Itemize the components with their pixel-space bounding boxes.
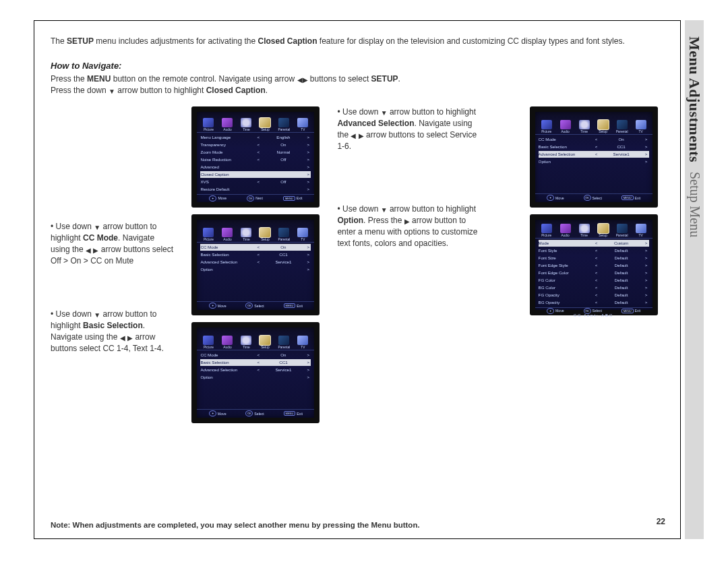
picture-icon <box>541 224 552 233</box>
hint-ok: OKSelect <box>245 410 264 416</box>
text: The <box>51 36 67 46</box>
section-title-main: Menu Adjustments <box>686 36 703 162</box>
tv-tab-time: Time <box>576 221 593 237</box>
text: . <box>266 86 268 95</box>
intro-paragraph: The SETUP menu includes adjustments for … <box>51 36 664 47</box>
chevron-left-icon: < <box>255 367 261 372</box>
text: arrow button to highlight <box>115 86 206 95</box>
tv-tab-label: Parental <box>278 238 290 241</box>
tv-menu-row: Advanced Selection<Service1> <box>200 367 311 373</box>
chevron-left-icon: < <box>594 300 599 305</box>
tv-menu-row: Option> <box>200 266 311 273</box>
tv-icon-row: PictureAudioTimeSetupParentalTV <box>535 220 653 239</box>
chevron-right-icon: > <box>644 137 649 142</box>
picture-icon <box>541 120 552 129</box>
ok-icon: OK <box>584 195 591 201</box>
tv-row-label: Basic Selection <box>539 144 594 149</box>
parental-icon <box>617 224 628 233</box>
hint-move: ✦Move <box>209 303 226 309</box>
tv-row-label: Font Size <box>539 255 594 260</box>
chevron-right-icon: > <box>305 259 311 264</box>
dpad-icon: ✦ <box>209 410 216 416</box>
section-tab: Menu Adjustments Setup Menu <box>685 20 704 539</box>
advanced-selection-paragraph: Use down ▼ arrow button to highlight Adv… <box>337 106 512 152</box>
tv-tab-label: Setup <box>599 130 607 133</box>
tv-tab-setup: Setup <box>257 225 273 241</box>
triangle-down-icon: ▼ <box>381 206 388 214</box>
navigation-paragraph: Press the MENU button on the remote cont… <box>51 73 664 97</box>
chevron-right-icon: > <box>305 245 311 249</box>
chevron-right-icon: > <box>644 144 649 149</box>
tv-row-label: Option <box>200 375 255 379</box>
chevron-left-icon: < <box>255 157 261 162</box>
triangle-left-icon: ◀ <box>297 76 303 84</box>
chevron-right-icon: > <box>305 187 311 191</box>
tv-tab-tv: TV <box>295 333 311 349</box>
triangle-right-icon: ▶ <box>303 76 308 84</box>
tv-tab-label: Time <box>243 238 249 241</box>
tv-menu-row: BG Color<Default> <box>539 284 649 291</box>
menu-button-icon: MENU <box>621 195 634 200</box>
chevron-right-icon: > <box>305 157 311 162</box>
chevron-right-icon: > <box>305 367 311 372</box>
bullet-icon <box>51 309 56 319</box>
tv-tab-time: Time <box>238 333 254 349</box>
time-icon <box>241 336 251 345</box>
tv-tab-picture: Picture <box>200 333 216 349</box>
option-paragraph: Use down ▼ arrow button to highlight Opt… <box>337 204 512 249</box>
chevron-right-icon: > <box>644 241 649 245</box>
tv-tab-label: Audio <box>561 234 569 237</box>
parental-icon <box>617 120 628 129</box>
tv-tab-tv: TV <box>295 115 311 131</box>
picture-icon <box>203 118 214 127</box>
hint-move: ✦Move <box>547 195 564 201</box>
text: Press the <box>51 74 87 84</box>
dpad-icon: ✦ <box>209 303 216 309</box>
cc-bold: Closed Caption <box>258 36 317 46</box>
hint-ok: OKSelect <box>245 303 264 309</box>
tv-menu-row: XVS<Off> <box>200 179 311 185</box>
chevron-right-icon: > <box>305 135 311 139</box>
tv-row-label: BG Opacity <box>539 300 594 305</box>
tv-row-value: Default <box>599 248 644 253</box>
chevron-left-icon: < <box>255 360 261 365</box>
tv-row-label: Advanced Selection <box>200 259 255 264</box>
tv-tab-label: Parental <box>616 234 628 237</box>
bold: Option <box>337 216 363 225</box>
chevron-left-icon: < <box>594 285 599 290</box>
tv-tab-picture: Picture <box>200 115 216 131</box>
tv-tab-tv: TV <box>633 117 649 133</box>
hint-ok: OKSelect <box>584 195 602 201</box>
menu-button-icon: MENU <box>621 309 634 313</box>
cc-mode-paragraph: Use down ▼ arrow button to highlight CC … <box>51 221 174 267</box>
tv-row-label: Restore Default <box>200 187 255 191</box>
menu-button-icon: MENU <box>283 196 295 201</box>
chevron-left-icon: < <box>594 263 599 268</box>
audio-icon <box>560 224 571 233</box>
tv-tab-label: TV <box>301 346 305 349</box>
bold: Advanced Selection <box>337 119 414 128</box>
tv-menu-row: CC Mode<On> <box>200 352 311 358</box>
tv-row-label: Basic Selection <box>200 360 255 365</box>
tv-row-value: Custom <box>599 241 644 245</box>
setup-icon <box>260 118 270 127</box>
ok-icon: OK <box>247 195 254 201</box>
parental-icon <box>278 228 289 237</box>
tv-footer-hints: ✦MoveOKSelectMENUExit <box>197 301 314 310</box>
tv-row-value: Default <box>599 263 644 268</box>
text: button on the remote control. Navigate u… <box>111 74 297 84</box>
chevron-left-icon: < <box>594 137 599 142</box>
tv-tab-label: Parental <box>278 128 290 131</box>
triangle-down-icon: ▼ <box>381 109 388 117</box>
chevron-right-icon: > <box>644 263 649 268</box>
tv-menu-row: Option> <box>539 158 649 165</box>
tv-menu-body: CC Mode<On>Basic Selection<CC1>Advanced … <box>197 350 314 409</box>
tv-icon <box>297 118 308 127</box>
tv-menu-row: Basic Selection<CC1> <box>200 359 311 366</box>
tv-row-label: Option <box>539 159 594 164</box>
tv-tab-label: Picture <box>541 234 551 237</box>
triangle-left-icon: ◀ <box>351 132 356 139</box>
audio-icon <box>222 336 233 345</box>
tv-tab-label: Picture <box>204 238 214 241</box>
tv-tab-picture: Picture <box>200 225 216 241</box>
